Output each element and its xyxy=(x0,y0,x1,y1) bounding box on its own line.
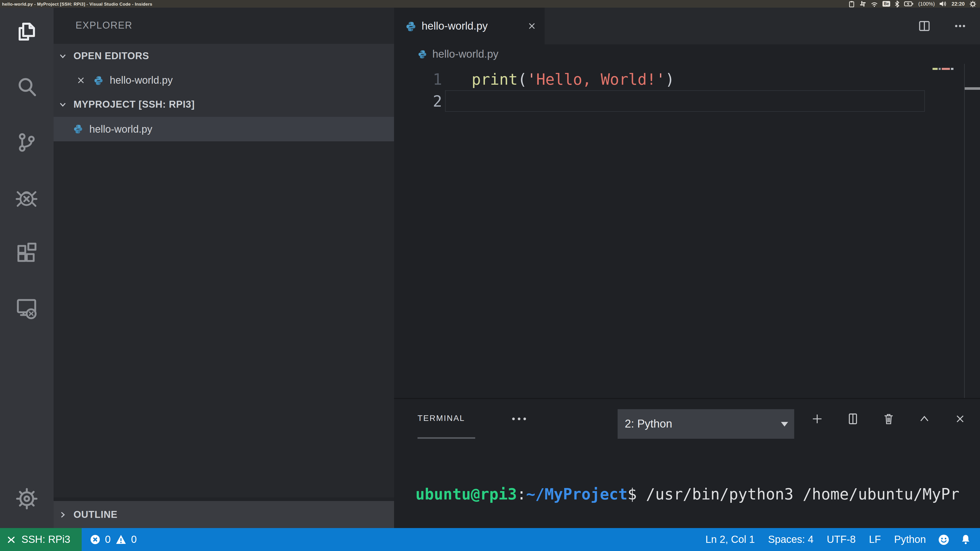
encoding-setting[interactable]: UTF-8 xyxy=(820,534,862,545)
search-icon[interactable] xyxy=(15,76,38,99)
line-number: 1 xyxy=(394,68,472,90)
explorer-sidebar: EXPLORER OPEN EDITORS hello-world.py xyxy=(54,8,394,528)
remote-explorer-icon[interactable] xyxy=(15,296,38,319)
breadcrumb[interactable]: hello-world.py xyxy=(394,44,980,64)
tab-filename: hello-world.py xyxy=(422,20,521,32)
split-editor-icon[interactable] xyxy=(918,19,931,33)
keyboard-layout-indicator[interactable]: Be xyxy=(883,1,890,6)
system-tray: Be (100%) 22:20 xyxy=(848,0,980,7)
chevron-down-icon xyxy=(59,100,67,109)
terminal-shell-select[interactable]: 2: Python xyxy=(617,409,794,439)
file-tree-filename: hello-world.py xyxy=(89,123,152,135)
section-label: MYPROJECT [SSH: RPI3] xyxy=(73,99,195,110)
code-area[interactable]: 1 print('Hello, World!') 2 xyxy=(394,64,931,398)
new-terminal-icon[interactable] xyxy=(811,412,824,426)
terminal-output[interactable]: ubuntu@rpi3:~/MyProject$ /usr/bin/python… xyxy=(394,439,980,528)
chevron-down-icon xyxy=(59,52,67,60)
section-open-editors[interactable]: OPEN EDITORS xyxy=(54,44,394,68)
open-editor-item[interactable]: hello-world.py xyxy=(54,68,394,92)
session-gear-icon[interactable] xyxy=(969,0,977,7)
breadcrumb-filename: hello-world.py xyxy=(432,48,498,60)
eol-setting[interactable]: LF xyxy=(862,534,888,545)
open-editor-filename: hello-world.py xyxy=(110,75,173,86)
error-count: 0 xyxy=(105,534,110,545)
sidebar-title: EXPLORER xyxy=(54,8,394,44)
chevron-right-icon xyxy=(59,510,67,519)
extensions-icon[interactable] xyxy=(15,241,38,264)
slack-icon[interactable] xyxy=(859,0,866,7)
remote-label: SSH: RPi3 xyxy=(21,534,70,545)
language-mode[interactable]: Python xyxy=(887,534,932,545)
error-icon xyxy=(89,534,100,545)
panel-tab-terminal[interactable]: TERMINAL xyxy=(417,399,475,439)
problems-indicator[interactable]: 0 0 xyxy=(81,534,137,545)
battery-icon[interactable] xyxy=(904,0,914,7)
system-title-bar: hello-world.py - MyProject [SSH: RPi3] -… xyxy=(0,0,980,8)
section-project-folder[interactable]: MYPROJECT [SSH: RPI3] xyxy=(54,92,394,117)
panel-more-actions-icon[interactable] xyxy=(511,416,527,421)
maximize-panel-icon[interactable] xyxy=(918,412,931,426)
indentation-setting[interactable]: Spaces: 4 xyxy=(762,534,820,545)
feedback-smiley-icon[interactable] xyxy=(932,534,955,545)
python-file-icon xyxy=(73,124,83,134)
more-actions-icon[interactable] xyxy=(953,19,967,33)
sidebar-empty-area xyxy=(54,141,394,497)
split-terminal-icon[interactable] xyxy=(846,412,859,426)
python-file-icon xyxy=(94,75,103,86)
current-line-highlight xyxy=(445,90,925,112)
vscode-window: hello-world.py - MyProject [SSH: RPi3] -… xyxy=(0,0,980,551)
debug-icon[interactable] xyxy=(15,186,38,209)
section-outline[interactable]: OUTLINE xyxy=(54,501,394,528)
code-text: print('Hello, World!') xyxy=(472,68,675,90)
overview-ruler-cursor-mark xyxy=(965,87,980,90)
panel-header: TERMINAL 2: Python xyxy=(394,399,980,439)
warning-count: 0 xyxy=(131,534,137,545)
editor-tab-bar: hello-world.py xyxy=(394,8,980,44)
terminal-panel: TERMINAL 2: Python xyxy=(394,398,980,528)
minimap-code-mark xyxy=(932,68,953,70)
wifi-icon[interactable] xyxy=(871,1,878,7)
python-file-icon xyxy=(417,49,427,59)
source-control-icon[interactable] xyxy=(15,130,38,154)
code-line: 1 print('Hello, World!') xyxy=(394,68,931,90)
section-label: OPEN EDITORS xyxy=(73,51,149,62)
clock: 22:20 xyxy=(952,1,965,6)
close-icon[interactable] xyxy=(76,76,86,85)
notifications-bell-icon[interactable] xyxy=(955,534,980,545)
terminal-shell-value: 2: Python xyxy=(625,417,672,430)
file-tree-item-selected[interactable]: hello-world.py xyxy=(54,117,394,141)
section-label: OUTLINE xyxy=(73,509,118,520)
remote-icon xyxy=(6,534,16,545)
python-file-icon xyxy=(405,21,415,31)
window-title: hello-world.py - MyProject [SSH: RPi3] -… xyxy=(0,1,152,6)
panel-tab-label: TERMINAL xyxy=(417,413,465,423)
explorer-files-icon[interactable] xyxy=(15,21,38,44)
clipboard-icon[interactable] xyxy=(848,0,855,7)
overview-ruler[interactable] xyxy=(964,64,980,398)
battery-percent: (100%) xyxy=(918,1,935,6)
minimap[interactable] xyxy=(931,64,964,398)
status-bar: SSH: RPi3 0 0 Ln 2, Col 1 Spaces: 4 UTF-… xyxy=(0,528,980,551)
settings-gear-icon[interactable] xyxy=(15,487,38,510)
sidebar-divider xyxy=(54,497,394,501)
kill-terminal-trash-icon[interactable] xyxy=(882,412,895,426)
cursor-position[interactable]: Ln 2, Col 1 xyxy=(699,534,761,545)
editor-tab-active[interactable]: hello-world.py xyxy=(394,8,545,44)
warning-icon xyxy=(115,534,126,545)
dropdown-arrow-icon xyxy=(781,422,788,426)
volume-icon[interactable] xyxy=(939,0,947,7)
code-editor[interactable]: 1 print('Hello, World!') 2 xyxy=(394,64,980,398)
activity-bar xyxy=(0,8,54,528)
remote-indicator[interactable]: SSH: RPi3 xyxy=(0,528,81,551)
terminal-line: ubuntu@rpi3:~/MyProject$ /usr/bin/python… xyxy=(415,485,980,503)
close-panel-icon[interactable] xyxy=(953,412,967,426)
tab-close-icon[interactable] xyxy=(527,21,536,30)
bluetooth-icon[interactable] xyxy=(895,0,899,7)
